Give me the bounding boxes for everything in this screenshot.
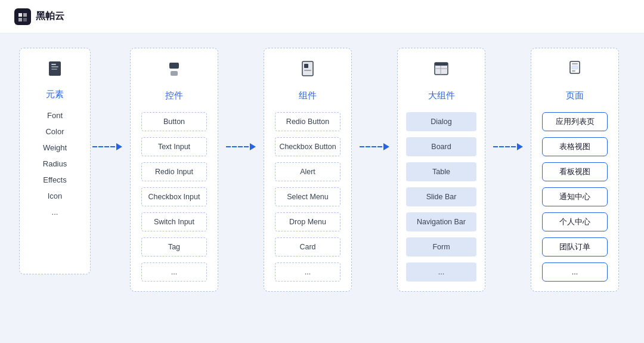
elements-icon — [44, 58, 66, 82]
pages-column: 页面 应用列表页 表格视图 看板视图 通知中心 个人中心 团队订单 ... — [525, 48, 625, 292]
large-slide-bar[interactable]: Slide Bar — [406, 187, 476, 206]
controls-icon — [163, 58, 185, 82]
page-app-list[interactable]: 应用列表页 — [542, 112, 608, 131]
components-title: 组件 — [299, 90, 317, 101]
dashed-arrow-4 — [493, 143, 523, 150]
element-effects: Effects — [31, 174, 79, 186]
page-team-order[interactable]: 团队订单 — [542, 237, 608, 257]
svg-rect-11 — [435, 63, 448, 66]
dashed-arrow-2 — [226, 143, 256, 150]
svg-rect-16 — [572, 66, 578, 69]
large-more[interactable]: ... — [406, 262, 476, 282]
svg-rect-4 — [51, 69, 57, 70]
dashed-arrow-3 — [360, 143, 389, 150]
svg-rect-7 — [302, 61, 313, 76]
control-button[interactable]: Button — [141, 112, 207, 131]
large-components-column: 大组件 Dialog Board Table Slide Bar Navigat… — [391, 48, 491, 292]
logo-text: 黑帕云 — [36, 10, 64, 23]
arrow-1 — [91, 48, 124, 150]
control-redio-input[interactable]: Redio Input — [141, 162, 207, 181]
element-icon: Icon — [31, 190, 79, 202]
pages-icon — [564, 58, 586, 82]
svg-rect-3 — [51, 66, 58, 67]
svg-rect-9 — [304, 70, 311, 71]
control-switch-input[interactable]: Switch Input — [141, 212, 207, 231]
page-personal-center[interactable]: 个人中心 — [542, 212, 608, 231]
comp-redio-button[interactable]: Redio Button — [275, 112, 340, 131]
svg-rect-6 — [171, 71, 178, 76]
comp-select-menu[interactable]: Select Menu — [275, 187, 340, 206]
components-icon — [297, 58, 318, 82]
element-weight: Weight — [31, 142, 79, 153]
arrow-4 — [491, 48, 525, 150]
element-font: Font — [31, 110, 79, 121]
page-more[interactable]: ... — [542, 262, 608, 282]
comp-alert[interactable]: Alert — [275, 162, 340, 181]
svg-rect-17 — [572, 70, 575, 72]
comp-card[interactable]: Card — [275, 237, 340, 257]
logo: 黑帕云 — [14, 8, 64, 25]
components-column: 组件 Redio Button Checkbox Button Alert Se… — [258, 48, 358, 292]
dashed-arrow-1 — [92, 143, 122, 150]
comp-more[interactable]: ... — [275, 262, 340, 282]
large-table[interactable]: Table — [406, 162, 476, 181]
svg-rect-5 — [169, 63, 179, 69]
svg-rect-8 — [304, 64, 308, 68]
large-board[interactable]: Board — [406, 137, 476, 156]
arrow-2 — [224, 48, 258, 150]
element-more: ... — [31, 206, 79, 218]
elements-card: 元素 Font Color Weight Radius Effects Icon… — [19, 48, 91, 274]
control-text-input[interactable]: Text Input — [141, 137, 207, 156]
comp-checkbox-button[interactable]: Checkbox Button — [275, 137, 340, 156]
control-tag[interactable]: Tag — [141, 237, 207, 257]
elements-title: 元素 — [46, 89, 64, 100]
header: 黑帕云 — [0, 0, 644, 33]
element-radius: Radius — [31, 158, 79, 169]
element-color: Color — [31, 126, 79, 137]
controls-column: 控件 Button Text Input Redio Input Checkbo… — [124, 48, 224, 292]
large-navigation-bar[interactable]: Navigation Bar — [406, 212, 476, 231]
page-notification[interactable]: 通知中心 — [542, 187, 608, 206]
svg-rect-15 — [572, 63, 578, 64]
comp-drop-menu[interactable]: Drop Menu — [275, 212, 340, 231]
pages-title: 页面 — [566, 90, 584, 101]
page-table-view[interactable]: 表格视图 — [542, 137, 608, 156]
svg-rect-2 — [51, 64, 56, 65]
control-more[interactable]: ... — [141, 262, 207, 282]
large-components-icon — [431, 58, 452, 82]
large-dialog[interactable]: Dialog — [406, 112, 476, 131]
page-kanban-view[interactable]: 看板视图 — [542, 162, 608, 181]
main-content: 元素 Font Color Weight Radius Effects Icon… — [0, 33, 644, 306]
arrow-3 — [358, 48, 391, 150]
logo-icon — [14, 8, 31, 25]
control-checkbox-input[interactable]: Checkbox Input — [141, 187, 207, 206]
controls-title: 控件 — [165, 90, 183, 101]
large-components-card: 大组件 Dialog Board Table Slide Bar Navigat… — [397, 48, 485, 292]
large-form[interactable]: Form — [406, 237, 476, 257]
elements-column: 元素 Font Color Weight Radius Effects Icon… — [19, 48, 91, 274]
large-components-title: 大组件 — [428, 90, 455, 101]
controls-card: 控件 Button Text Input Redio Input Checkbo… — [130, 48, 218, 292]
components-card: 组件 Redio Button Checkbox Button Alert Se… — [264, 48, 352, 292]
svg-rect-0 — [14, 8, 31, 25]
pages-card: 页面 应用列表页 表格视图 看板视图 通知中心 个人中心 团队订单 ... — [531, 48, 619, 292]
